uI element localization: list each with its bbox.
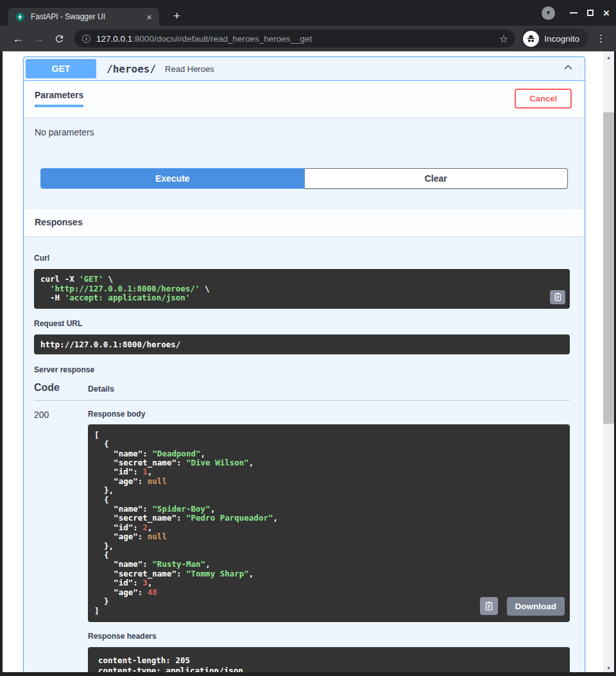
browser-menu-icon[interactable]: ⋮ <box>592 33 610 44</box>
responses-header: Responses <box>24 209 585 236</box>
response-headers-label: Response headers <box>88 632 570 641</box>
response-body-label: Response body <box>88 410 570 419</box>
endpoint-summary[interactable]: GET /heroes/ Read Heroes <box>24 57 585 81</box>
tab-parameters[interactable]: Parameters <box>35 90 83 107</box>
method-badge: GET <box>26 59 96 78</box>
request-url-label: Request URL <box>34 319 570 328</box>
url-text: 127.0.0.1:8000/docs#/default/read_heroes… <box>96 34 494 44</box>
browser-window: FastAPI - Swagger UI × + ▼ × ← → i 127.0… <box>0 0 616 676</box>
reload-icon[interactable] <box>50 30 68 48</box>
endpoint-path: /heroes/ <box>107 63 156 75</box>
server-response-label: Server response <box>34 365 570 374</box>
fastapi-favicon-icon <box>15 12 25 22</box>
response-headers-block: content-length: 205 content-type: applic… <box>88 647 570 672</box>
tab-strip: FastAPI - Swagger UI × + ▼ × <box>0 0 616 26</box>
request-url-value: http://127.0.0.1:8000/heroes/ <box>34 334 570 354</box>
bookmark-star-icon[interactable]: ☆ <box>499 33 508 45</box>
opblock-get-heroes: GET /heroes/ Read Heroes Parameters Canc… <box>23 56 585 672</box>
incognito-badge: Incognito <box>521 29 588 48</box>
response-details: Response body [ { "name": "Deadpond", "s… <box>88 410 570 672</box>
minimize-button[interactable] <box>570 12 578 13</box>
execute-button[interactable]: Execute <box>40 168 305 189</box>
copy-response-icon[interactable] <box>480 597 498 615</box>
url-path: :8000/docs#/default/read_heroes_heroes__… <box>132 34 312 44</box>
curl-command: curl -X 'GET' \ 'http://127.0.0.1:8000/h… <box>34 269 570 309</box>
endpoint-description: Read Heroes <box>165 64 561 74</box>
code-column-header: Code <box>34 382 88 394</box>
url-bar[interactable]: i 127.0.0.1:8000/docs#/default/read_hero… <box>74 30 515 48</box>
scroll-down-icon[interactable]: ▼ <box>603 663 614 672</box>
responses-body: Curl curl -X 'GET' \ 'http://127.0.0.1:8… <box>24 236 585 672</box>
tab-close-icon[interactable]: × <box>144 12 154 22</box>
response-json: [ { "name": "Deadpond", "secret_name": "… <box>94 430 278 616</box>
copy-curl-icon[interactable] <box>550 290 565 304</box>
parameters-body: No parameters Execute Clear <box>24 117 585 209</box>
responses-title: Responses <box>35 217 83 227</box>
server-response-table: Code Details 200 Response body [ { "name… <box>34 382 570 672</box>
parameters-header: Parameters Cancel <box>24 81 585 117</box>
response-headers-text: content-length: 205 content-type: applic… <box>98 655 262 672</box>
details-column-header: Details <box>88 385 570 394</box>
swagger-page: GET /heroes/ Read Heroes Parameters Canc… <box>3 51 603 672</box>
collapse-chevron-icon[interactable] <box>561 62 576 76</box>
execute-row: Execute Clear <box>40 168 568 189</box>
status-code: 200 <box>34 410 88 672</box>
tab-title: FastAPI - Swagger UI <box>31 12 144 21</box>
maximize-button[interactable] <box>587 10 594 16</box>
scrollbar-thumb[interactable] <box>603 112 614 424</box>
window-close-button[interactable]: × <box>603 8 610 19</box>
site-info-icon[interactable]: i <box>82 35 90 43</box>
scroll-up-icon[interactable]: ▲ <box>603 53 614 62</box>
browser-tab[interactable]: FastAPI - Swagger UI × <box>8 8 159 26</box>
no-parameters-text: No parameters <box>35 127 574 137</box>
clear-button[interactable]: Clear <box>305 168 569 189</box>
response-table-header: Code Details <box>34 382 570 401</box>
browser-toolbar: ← → i 127.0.0.1:8000/docs#/default/read_… <box>0 26 616 51</box>
window-controls: ▼ × <box>542 0 616 26</box>
curl-label: Curl <box>34 254 570 263</box>
page-scrollbar[interactable]: ▲ ▼ <box>603 51 614 672</box>
tab-search-icon[interactable]: ▼ <box>542 6 555 20</box>
incognito-label: Incognito <box>544 34 579 44</box>
cancel-button[interactable]: Cancel <box>515 89 572 108</box>
new-tab-button[interactable]: + <box>169 9 184 23</box>
response-row: 200 Response body [ { "name": "Deadpond"… <box>34 401 570 672</box>
forward-icon[interactable]: → <box>30 30 47 48</box>
page-content: GET /heroes/ Read Heroes Parameters Canc… <box>3 51 614 672</box>
response-body-actions: Download <box>480 597 565 616</box>
download-button[interactable]: Download <box>507 597 565 616</box>
url-host: 127.0.0.1 <box>96 34 132 44</box>
response-body-block: [ { "name": "Deadpond", "secret_name": "… <box>88 424 570 622</box>
curl-code: curl -X 'GET' \ 'http://127.0.0.1:8000/h… <box>40 274 209 302</box>
back-icon[interactable]: ← <box>9 30 27 48</box>
incognito-icon <box>523 31 539 47</box>
reload-glyph <box>54 33 65 44</box>
